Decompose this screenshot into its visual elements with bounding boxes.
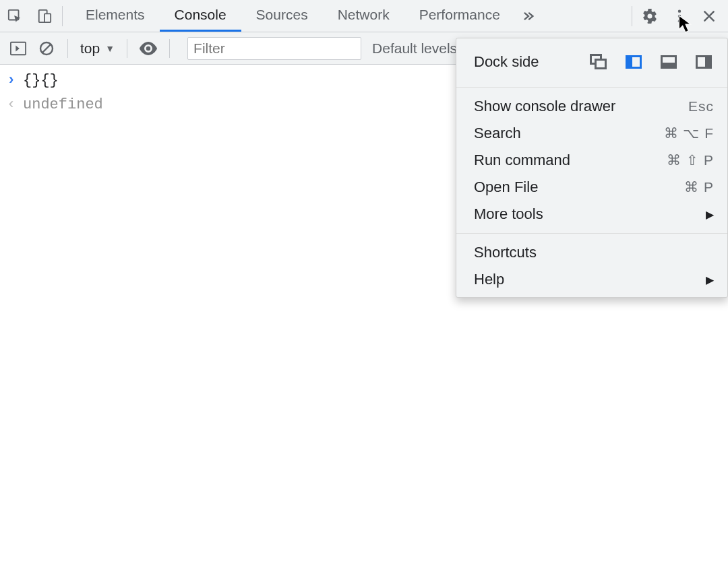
tab-label: Performance (419, 7, 500, 23)
chevron-down-icon: ▼ (105, 43, 115, 54)
console-prompt-icon: › (7, 70, 23, 92)
tab-elements[interactable]: Elements (71, 0, 160, 32)
submenu-arrow-icon: ▶ (706, 273, 714, 286)
devtools-toolbar: Elements Console Sources Network Perform… (0, 0, 728, 32)
tab-label: Sources (256, 7, 308, 23)
tab-label: Console (175, 7, 226, 23)
inspect-element-icon[interactable] (0, 0, 30, 32)
more-menu-icon[interactable] (665, 0, 694, 32)
tab-console[interactable]: Console (160, 0, 241, 32)
console-output-text: undefined (23, 94, 103, 116)
log-levels-label: Default levels (372, 40, 457, 56)
menu-item-label: Run command (474, 152, 667, 169)
tab-performance[interactable]: Performance (404, 0, 515, 32)
filter-box[interactable] (187, 37, 361, 60)
toggle-sidebar-icon[interactable] (5, 32, 31, 65)
settings-gear-icon[interactable] (635, 0, 665, 32)
svg-point-8 (146, 46, 150, 50)
menu-more-tools[interactable]: More tools ▶ (456, 201, 727, 228)
tab-network[interactable]: Network (323, 0, 404, 32)
menu-item-shortcut: Esc (688, 98, 714, 115)
subtoolbar-divider (169, 39, 170, 58)
menu-item-label: Shortcuts (474, 244, 714, 261)
tab-sources[interactable]: Sources (241, 0, 323, 32)
menu-search[interactable]: Search ⌘ ⌥ F (456, 120, 727, 147)
dock-left-icon[interactable] (624, 52, 644, 72)
dock-side-label: Dock side (474, 53, 588, 71)
submenu-arrow-icon: ▶ (706, 208, 714, 221)
devtools-main-menu: Dock side Show console drawer Esc Search… (456, 38, 728, 298)
context-selector[interactable]: top ▼ (76, 40, 119, 57)
menu-divider (456, 233, 727, 234)
menu-open-file[interactable]: Open File ⌘ P (456, 174, 727, 201)
toolbar-divider (62, 6, 63, 26)
dock-side-options (588, 52, 714, 72)
svg-point-4 (678, 14, 681, 17)
dock-undock-icon[interactable] (588, 52, 609, 72)
subtoolbar-divider (127, 39, 127, 58)
menu-item-shortcut: ⌘ ⇧ P (667, 152, 714, 168)
menu-item-label: Show console drawer (474, 98, 688, 115)
clear-console-icon[interactable] (34, 32, 59, 65)
devtools-tabs: Elements Console Sources Network Perform… (71, 0, 515, 32)
device-toggle-icon[interactable] (30, 0, 59, 32)
menu-item-label: Open File (474, 178, 684, 196)
context-label: top (80, 40, 100, 57)
svg-point-3 (678, 9, 681, 12)
live-expression-eye-icon[interactable] (135, 32, 161, 65)
menu-item-shortcut: ⌘ ⌥ F (664, 125, 715, 141)
menu-divider (456, 87, 727, 88)
menu-show-console-drawer[interactable]: Show console drawer Esc (456, 93, 727, 120)
dock-bottom-icon[interactable] (659, 52, 679, 72)
menu-shortcuts[interactable]: Shortcuts (456, 239, 727, 266)
menu-item-label: More tools (474, 205, 706, 223)
tabs-overflow-icon[interactable] (515, 9, 542, 24)
tab-label: Elements (86, 7, 145, 23)
tab-label: Network (338, 7, 390, 23)
close-devtools-icon[interactable] (694, 0, 724, 32)
filter-input[interactable] (193, 40, 355, 57)
menu-help[interactable]: Help ▶ (456, 266, 727, 293)
toolbar-right (629, 0, 724, 32)
dock-right-icon[interactable] (694, 52, 714, 72)
svg-point-5 (678, 20, 681, 22)
console-input-text: {}{} (23, 70, 59, 92)
toolbar-divider (632, 6, 632, 26)
menu-item-label: Search (474, 125, 664, 142)
console-result-icon: ‹ (7, 94, 23, 116)
subtoolbar-divider (67, 39, 68, 58)
menu-item-label: Help (474, 271, 706, 288)
dock-side-row: Dock side (456, 42, 727, 82)
svg-rect-2 (44, 13, 51, 22)
menu-run-command[interactable]: Run command ⌘ ⇧ P (456, 147, 727, 174)
menu-item-shortcut: ⌘ P (684, 179, 714, 195)
